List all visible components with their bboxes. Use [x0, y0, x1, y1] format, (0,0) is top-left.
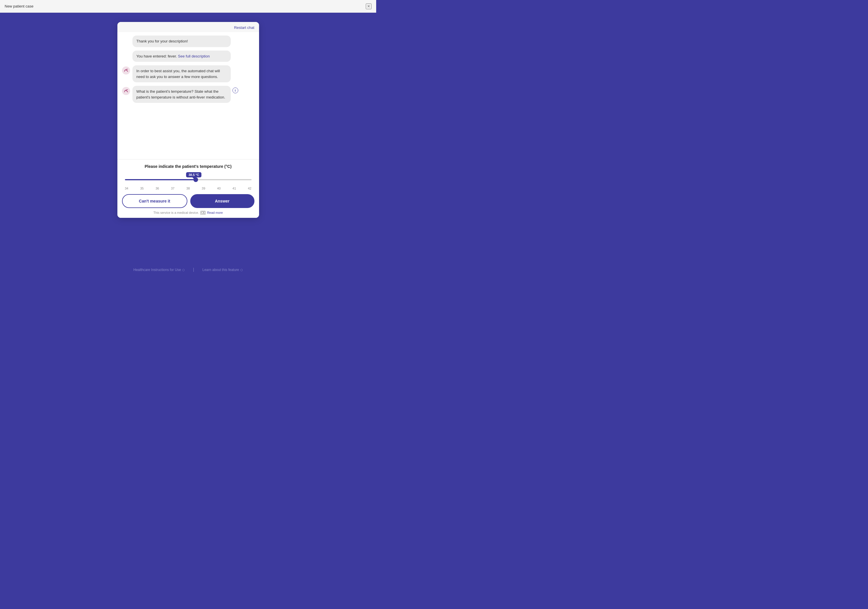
- top-bar: New patient case ×: [0, 0, 376, 13]
- healthcare-instructions-link[interactable]: Healthcare Instructions for Use ⬡: [133, 268, 185, 272]
- external-link-icon-2: ⬡: [240, 268, 243, 272]
- message-bubble-2: You have entered: fever. See full descri…: [132, 51, 231, 62]
- read-more-link[interactable]: Read more: [207, 211, 223, 214]
- close-button[interactable]: ×: [366, 3, 372, 9]
- footer-text: This service is a medical device. CE Rea…: [122, 211, 254, 214]
- message-2: You have entered: fever. See full descri…: [132, 51, 254, 62]
- bot-avatar-2: [122, 87, 130, 95]
- message-4: What is the patient's temperature? State…: [122, 86, 254, 103]
- svg-point-1: [126, 70, 127, 71]
- message-bubble-1: Thank you for your description!: [132, 36, 231, 47]
- main-content: Restart chat Thank you for your descript…: [0, 13, 376, 264]
- learn-about-link[interactable]: Learn about this feature ⬡: [202, 268, 243, 272]
- chat-messages: Thank you for your description! You have…: [118, 32, 259, 159]
- chat-header: Restart chat: [118, 22, 259, 32]
- svg-point-3: [126, 90, 127, 91]
- temperature-label: Please indicate the patient's temperatur…: [122, 164, 254, 169]
- see-full-description-link[interactable]: See full description: [178, 54, 210, 58]
- chat-input-area: Please indicate the patient's temperatur…: [118, 159, 259, 218]
- message-3: In order to best assist you, the automat…: [122, 65, 254, 82]
- action-buttons: Can't measure it Answer: [122, 194, 254, 208]
- slider-tooltip: 38.5 °C: [186, 172, 202, 178]
- slider-container: 38.5 °C 34 35 36 37 38 39 40: [122, 173, 254, 190]
- bot-avatar-1: [122, 66, 130, 74]
- message-4-content: What is the patient's temperature? State…: [132, 86, 238, 103]
- temperature-slider[interactable]: [125, 179, 251, 180]
- message-1: Thank you for your description!: [132, 36, 254, 47]
- bottom-footer: Healthcare Instructions for Use ⬡ Learn …: [0, 264, 376, 276]
- message-bubble-4: What is the patient's temperature? State…: [132, 86, 231, 103]
- info-icon[interactable]: i: [232, 88, 238, 93]
- ce-mark: CE: [200, 211, 206, 215]
- cant-measure-button[interactable]: Can't measure it: [122, 194, 188, 208]
- slider-ticks: 34 35 36 37 38 39 40 41 42: [125, 187, 251, 190]
- answer-button[interactable]: Answer: [190, 194, 254, 208]
- external-link-icon-1: ⬡: [182, 268, 185, 272]
- restart-chat-button[interactable]: Restart chat: [234, 25, 254, 30]
- chat-panel: Restart chat Thank you for your descript…: [118, 22, 259, 218]
- message-bubble-3: In order to best assist you, the automat…: [132, 65, 231, 82]
- window-title: New patient case: [5, 4, 34, 8]
